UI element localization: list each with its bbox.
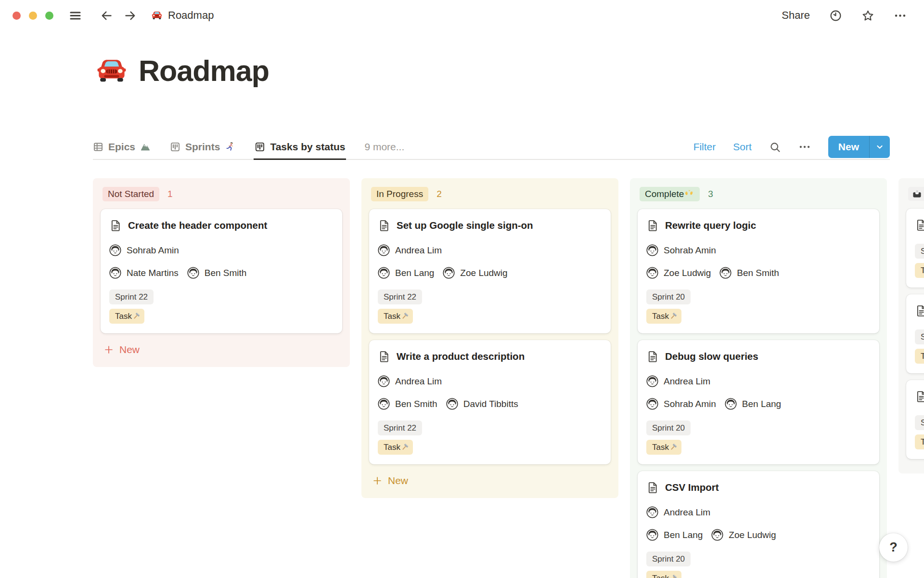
minimize-window-button[interactable] — [29, 12, 37, 20]
new-card-button[interactable]: New — [372, 475, 608, 486]
assignee-row: Andrea Lim — [378, 244, 602, 256]
tab-epics[interactable]: Epics — [93, 134, 151, 160]
avatar — [378, 267, 390, 279]
card-title-text: Write a product description — [397, 351, 525, 362]
page-title-text[interactable]: Roadmap — [139, 54, 269, 88]
assignee: Ben Smith — [187, 267, 247, 279]
task-tag: Task — [915, 434, 924, 449]
column-count: 2 — [436, 189, 442, 199]
avatar — [719, 267, 732, 279]
sprint-tag: Sprint 20 — [646, 552, 691, 566]
avatar — [378, 375, 390, 387]
avatar — [646, 398, 658, 410]
task-card[interactable]: SprintTask — [906, 294, 924, 373]
assignee-name: Ben Smith — [737, 268, 779, 278]
sprint-row: Sprint — [915, 329, 924, 344]
updates-clock-icon[interactable] — [829, 9, 842, 22]
page-title-car-emoji — [95, 54, 128, 87]
forward-icon[interactable] — [124, 9, 137, 22]
assignee: Sohrab Amin — [646, 398, 716, 410]
status-badge[interactable]: Not Started — [103, 187, 159, 201]
avatar — [646, 506, 658, 518]
chevron-down-icon — [875, 142, 885, 152]
assignee: Ben Lang — [378, 267, 434, 279]
task-tag: Task — [378, 309, 413, 324]
task-card[interactable]: Write a product descriptionAndrea LimBen… — [369, 340, 611, 464]
board: Not Started1Create the header componentS… — [93, 178, 924, 578]
status-badge-label: Complete — [645, 189, 684, 199]
page-icon — [915, 304, 924, 317]
more-menu-icon[interactable] — [894, 9, 907, 22]
status-badge[interactable]: Complete — [640, 187, 700, 201]
task-card[interactable]: SprintTask — [906, 380, 924, 459]
column-header: In Progress2 — [371, 187, 609, 201]
assignee-name: Andrea Lim — [664, 507, 710, 518]
sprint-tag: Sprint 22 — [378, 289, 422, 304]
breadcrumb[interactable]: Roadmap — [151, 9, 214, 22]
view-options-icon[interactable] — [798, 141, 811, 153]
page-icon — [378, 350, 391, 363]
task-card[interactable]: SprintTask — [906, 209, 924, 288]
share-button[interactable]: Share — [782, 9, 810, 22]
tag-row: Task — [646, 309, 871, 324]
sprint-row: Sprint — [915, 244, 924, 259]
runner-emoji — [225, 142, 235, 152]
column-header — [908, 187, 924, 201]
sidebar-menu-icon[interactable] — [69, 9, 82, 22]
status-badge[interactable] — [908, 187, 924, 201]
avatar — [378, 398, 390, 410]
task-card[interactable]: Set up Google single sign-onAndrea LimBe… — [369, 209, 611, 333]
view-tabs-bar: Epics Sprints Tasks by status 9 more... … — [93, 134, 890, 160]
zoom-window-button[interactable] — [45, 12, 53, 20]
new-card-label: New — [119, 344, 140, 355]
assignee: Andrea Lim — [378, 375, 442, 387]
page-icon — [646, 219, 659, 232]
assignee-name: David Tibbitts — [463, 399, 518, 409]
new-card-button[interactable]: New — [103, 344, 339, 355]
sort-button[interactable]: Sort — [733, 141, 752, 153]
car-emoji — [151, 10, 163, 21]
card-title-row: Rewrite query logic — [646, 217, 871, 234]
search-icon[interactable] — [769, 141, 781, 153]
card-title-text: CSV Import — [665, 482, 719, 493]
task-card[interactable]: Rewrite query logicSohrab AminZoe Ludwig… — [638, 209, 879, 333]
board-column: Complete3Rewrite query logicSohrab AminZ… — [630, 178, 887, 578]
close-window-button[interactable] — [13, 12, 21, 20]
back-icon[interactable] — [100, 9, 113, 22]
assignee-row: Ben LangZoe Ludwig — [378, 267, 602, 279]
assignee-name: Zoe Ludwig — [729, 530, 776, 540]
avatar — [646, 244, 658, 256]
card-title-row — [915, 388, 924, 405]
plus-icon — [372, 475, 383, 486]
assignee: Ben Smith — [719, 267, 779, 279]
assignee-row: Ben SmithDavid Tibbitts — [378, 398, 602, 410]
page-icon — [378, 219, 391, 232]
hammer-emoji — [669, 574, 678, 578]
sprint-row: Sprint 20 — [646, 420, 871, 435]
avatar — [646, 267, 658, 279]
favorite-star-icon[interactable] — [861, 9, 874, 22]
card-title-row — [915, 217, 924, 233]
page-icon — [915, 390, 924, 403]
sprint-tag: Sprint — [915, 415, 924, 430]
new-dropdown-button[interactable] — [869, 136, 890, 158]
task-card[interactable]: CSV ImportAndrea LimBen LangZoe LudwigSp… — [638, 471, 879, 578]
hammer-emoji — [669, 443, 678, 452]
assignee-row: Andrea Lim — [646, 375, 871, 387]
status-badge[interactable]: In Progress — [371, 187, 428, 201]
new-button[interactable]: New — [828, 136, 890, 158]
card-title-row: Debug slow queries — [646, 348, 871, 365]
more-views-button[interactable]: 9 more... — [364, 141, 404, 153]
page-icon — [915, 219, 924, 232]
tab-tasks-by-status[interactable]: Tasks by status — [255, 134, 345, 160]
task-card[interactable]: Create the header componentSohrab AminNa… — [101, 209, 342, 333]
sprint-row: Sprint — [915, 415, 924, 430]
help-button[interactable]: ? — [879, 533, 908, 562]
filter-button[interactable]: Filter — [693, 141, 716, 153]
column-count: 3 — [708, 189, 713, 199]
status-badge-label: In Progress — [376, 189, 423, 199]
tag-row: Task — [109, 309, 334, 324]
task-card[interactable]: Debug slow queriesAndrea LimSohrab AminB… — [638, 340, 879, 464]
assignee-name: Sohrab Amin — [664, 399, 716, 409]
tab-sprints[interactable]: Sprints — [170, 134, 235, 160]
